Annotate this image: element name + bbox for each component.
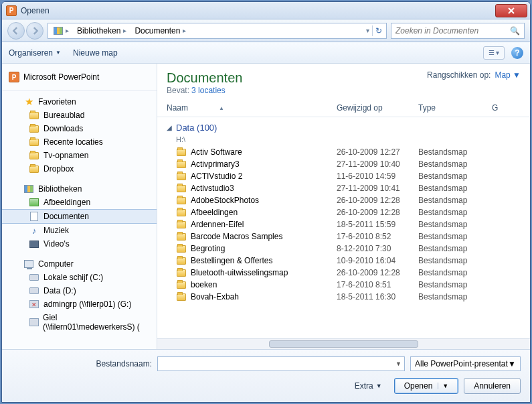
sidebar-item-favorite[interactable]: Tv-opnamen xyxy=(2,149,157,162)
folder-icon xyxy=(176,196,187,205)
nav-forward-button[interactable] xyxy=(26,22,43,40)
drive-icon xyxy=(29,286,39,295)
filetype-filter[interactable]: Alle PowerPoint-presentaties (* ▼ xyxy=(410,356,521,371)
sidebar-item-library[interactable]: ♪Muziek xyxy=(2,224,157,237)
file-row[interactable]: Activ Software 26-10-2009 12:27 Bestands… xyxy=(167,146,530,158)
folder-icon xyxy=(176,232,187,241)
chevron-down-icon[interactable]: ▾ xyxy=(366,27,369,34)
folder-icon xyxy=(29,124,39,133)
sidebar-item-library[interactable]: Afbeeldingen xyxy=(2,196,157,209)
breadcrumb-item[interactable]: Bibliotheken▸ xyxy=(73,23,130,38)
folder-icon xyxy=(29,137,39,147)
arrange-by: Rangschikken op: Map ▼ xyxy=(427,70,521,80)
folder-icon xyxy=(176,159,187,169)
open-button[interactable]: Openen▼ xyxy=(394,378,459,394)
open-dialog: P Openen ▸ Bibliotheken▸ Documenten▸ ▾ ↻… xyxy=(1,1,531,403)
folder-icon xyxy=(176,280,187,289)
extra-tools-button[interactable]: Extra▼ xyxy=(355,381,382,391)
close-button[interactable] xyxy=(495,4,527,17)
horizontal-scrollbar[interactable] xyxy=(157,338,530,349)
library-icon xyxy=(54,27,63,35)
breadcrumb-root[interactable]: ▸ xyxy=(50,23,73,38)
file-list-pane: Documenten Bevat: 3 locaties Rangschikke… xyxy=(157,64,530,349)
library-icon xyxy=(24,185,33,193)
organize-button[interactable]: Organiseren▼ xyxy=(9,48,61,58)
folder-icon xyxy=(176,244,187,253)
sort-asc-icon: ▲ xyxy=(219,105,224,111)
file-row[interactable]: Ardennen-Eifel 18-5-2011 15:59 Bestandsm… xyxy=(167,218,530,230)
column-modified[interactable]: Gewijzigd op xyxy=(337,103,418,113)
sidebar-item-drive[interactable]: Giel (\\filern01\medewerkersS) ( xyxy=(2,311,157,334)
chevron-down-icon: ▼ xyxy=(56,50,61,56)
group-header[interactable]: ◢ Data (100) xyxy=(167,120,530,135)
file-row[interactable]: AdobeStockPhotos 26-10-2009 12:28 Bestan… xyxy=(167,194,530,206)
sidebar-favorites-header[interactable]: ★Favorieten xyxy=(2,95,157,109)
drive-icon xyxy=(29,299,39,309)
file-row[interactable]: Bluetooth-uitwisselingsmap 26-10-2009 12… xyxy=(167,267,530,279)
sidebar-item-drive[interactable]: Lokale schijf (C:) xyxy=(2,271,157,284)
filename-combobox[interactable]: ▼ xyxy=(157,356,405,371)
search-box[interactable]: 🔍 xyxy=(391,23,525,39)
breadcrumb-item[interactable]: Documenten▸ xyxy=(130,23,190,38)
file-list[interactable]: ◢ Data (100) H:\ Activ Software 26-10-20… xyxy=(157,117,530,338)
file-row[interactable]: boeken 17-6-2010 8:51 Bestandsmap xyxy=(167,279,530,291)
nav-back-button[interactable] xyxy=(7,22,25,40)
folder-icon xyxy=(176,256,187,265)
sidebar-computer-header[interactable]: Computer xyxy=(2,257,157,271)
help-button[interactable]: ? xyxy=(511,47,523,59)
sidebar: P Microsoft PowerPoint ★Favorieten Burea… xyxy=(2,64,157,349)
group-source: H:\ xyxy=(176,135,185,143)
chevron-down-icon[interactable]: ▼ xyxy=(395,360,402,367)
cancel-button[interactable]: Annuleren xyxy=(464,378,521,394)
column-type[interactable]: Type xyxy=(418,103,492,113)
file-row[interactable]: Barcode Macros Samples 17-6-2010 8:52 Be… xyxy=(167,230,530,243)
filename-input[interactable] xyxy=(161,359,395,368)
collapse-icon: ◢ xyxy=(167,124,172,131)
file-row[interactable]: ACTIVstudio 2 11-6-2010 14:59 Bestandsma… xyxy=(167,170,530,182)
chevron-right-icon: ▸ xyxy=(183,27,186,34)
window-title: Openen xyxy=(21,6,50,15)
file-row[interactable]: Bovah-Exbah 18-5-2011 16:30 Bestandsmap xyxy=(167,291,530,303)
sidebar-item-library[interactable]: Documenten xyxy=(2,209,157,224)
column-name[interactable]: Naam▲ xyxy=(167,103,337,113)
locations-link[interactable]: 3 locaties xyxy=(191,86,226,95)
file-row[interactable]: Begroting 8-12-2010 7:30 Bestandsmap xyxy=(167,243,530,255)
file-row[interactable]: Afbeeldingen 26-10-2009 12:28 Bestandsma… xyxy=(167,206,530,218)
sidebar-item-favorite[interactable]: Bureaublad xyxy=(2,109,157,122)
new-folder-button[interactable]: Nieuwe map xyxy=(73,48,118,58)
file-row[interactable]: Bestellingen & Offertes 10-9-2010 16:04 … xyxy=(167,255,530,267)
arrange-by-value[interactable]: Map ▼ xyxy=(495,70,521,80)
sidebar-libraries-header[interactable]: Bibliotheken xyxy=(2,182,157,196)
folder-icon xyxy=(176,208,187,217)
column-headers: Naam▲ Gewijzigd op Type G xyxy=(157,99,530,117)
sidebar-item-favorite[interactable]: Recente locaties xyxy=(2,135,157,149)
sidebar-item-favorite[interactable]: Downloads xyxy=(2,122,157,135)
scrollbar-thumb[interactable] xyxy=(269,340,418,348)
view-options-button[interactable]: ☰ ▾ xyxy=(483,46,505,60)
sidebar-item-favorite[interactable]: Dropbox xyxy=(2,162,157,176)
refresh-icon[interactable]: ↻ xyxy=(375,26,382,36)
drive-icon xyxy=(29,318,39,327)
filename-label: Bestandsnaam: xyxy=(11,359,152,368)
chevron-right-icon: ▸ xyxy=(123,27,126,34)
sidebar-item-drive[interactable]: Data (D:) xyxy=(2,284,157,297)
sidebar-item-library[interactable]: Video's xyxy=(2,237,157,251)
sidebar-item-drive[interactable]: admingrp (\\filerp01) (G:) xyxy=(2,297,157,311)
file-row[interactable]: Activstudio3 27-11-2009 10:41 Bestandsma… xyxy=(167,182,530,194)
location-title: Documenten xyxy=(167,70,242,86)
open-split-button[interactable]: ▼ xyxy=(438,383,448,389)
search-icon: 🔍 xyxy=(510,26,520,36)
folder-icon xyxy=(29,151,39,160)
search-input[interactable] xyxy=(395,26,510,36)
file-row[interactable]: Activprimary3 27-11-2009 10:40 Bestandsm… xyxy=(167,158,530,170)
folder-icon xyxy=(176,268,187,277)
star-icon: ★ xyxy=(23,97,34,107)
folder-icon xyxy=(176,172,187,181)
toolbar: Organiseren▼ Nieuwe map ☰ ▾ ? xyxy=(2,42,530,64)
column-size[interactable]: G xyxy=(492,103,521,113)
sidebar-app-filter[interactable]: P Microsoft PowerPoint xyxy=(2,68,157,91)
drive-icon xyxy=(29,273,39,282)
breadcrumb[interactable]: ▸ Bibliotheken▸ Documenten▸ ▾ ↻ xyxy=(48,23,387,39)
powerpoint-icon: P xyxy=(9,72,19,82)
computer-icon xyxy=(24,260,33,268)
